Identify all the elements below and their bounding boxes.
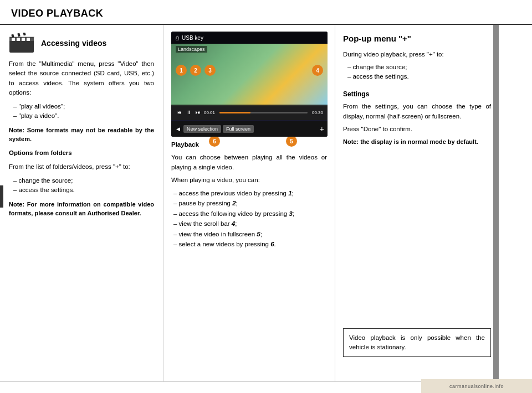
back-nav-button[interactable]: ◀ [175,126,182,132]
options-from-folders-text: From the list of folders/videos, press "… [9,162,154,172]
options-list: "play all videos"; "play a video". [9,102,154,121]
intro-text: From the "Multimedia" menu, press "Video… [9,59,154,97]
folder-option-item: access the settings. [13,185,154,195]
popup-item-1: access the settings. [347,72,491,81]
svg-rect-3 [17,38,20,41]
page-title: VIDEO PLAYBACK [0,0,532,25]
landscape-label: Landscapes [176,46,207,53]
middle-column: ⎙ USB key Landscapes ⏮ ⏸ ⏭ 00:01 [163,25,335,381]
section-header: Accessing videos [9,33,154,54]
diagram-label-4: 4 [312,65,323,76]
popup-intro: During video playback, press "+" to: [343,50,491,59]
note2-text: Note: For more information on compatible… [9,201,154,217]
svg-rect-8 [23,33,25,35]
watermark: carmanualsonline.info [421,379,532,393]
option-item: "play all videos"; [13,102,154,111]
section-title: Accessing videos [41,38,106,49]
popup-title: Pop-up menu "+" [343,33,491,45]
settings-note: Note: the display is in normal mode by d… [343,137,491,147]
svg-rect-7 [17,33,20,37]
player-top-bar-text: USB key [182,35,203,41]
playback-title: Playback [171,140,327,149]
diagram-label-3: 3 [204,65,216,76]
video-player: ⎙ USB key Landscapes ⏮ ⏸ ⏭ 00:01 [171,32,328,137]
diagram-label-6: 6 [209,136,220,147]
usb-icon: ⎙ [176,35,179,41]
folder-option-item: change the source; [13,176,154,185]
progress-fill [219,112,250,113]
svg-rect-5 [27,38,30,41]
popup-items-list: change the source; access the settings. [343,63,491,82]
note1: Note: Some formats may not be readable b… [9,126,154,144]
playback-item-4: view the video in fullscreen 5; [173,229,327,239]
page-container: VIDEO PLAYBACK Acce [0,0,532,393]
player-bottom-bar[interactable]: ◀ New selection Full screen + [171,121,328,137]
video-player-wrapper: ⎙ USB key Landscapes ⏮ ⏸ ⏭ 00:01 [171,32,328,137]
pause-button[interactable]: ⏸ [185,110,192,115]
settings-text: From the settings, you can choose the ty… [343,102,491,121]
diagram-label-5: 5 [286,136,297,147]
content-area: Accessing videos From the "Multimedia" m… [0,25,532,381]
player-controls[interactable]: ⏮ ⏸ ⏭ 00:01 00:30 [171,105,328,120]
svg-rect-2 [12,38,15,41]
film-icon [9,33,34,54]
plus-menu-button[interactable]: + [320,125,324,133]
new-selection-button[interactable]: New selection [183,125,221,133]
options-from-folders-title: Options from folders [9,148,154,158]
forward-button[interactable]: ⏭ [195,110,202,115]
right-column: Pop-up menu "+" During video playback, p… [335,25,499,381]
settings-title: Settings [343,89,491,99]
diagram-label-1: 1 [176,65,187,76]
playback-items-list: access the previous video by pressing 1;… [171,188,327,249]
time-current: 00:01 [204,110,215,115]
fullscreen-button[interactable]: Full screen [223,125,254,133]
playback-item-2: access the following video by pressing 3… [173,209,327,219]
left-sidebar-decoration [0,185,3,208]
player-top-bar: ⎙ USB key [171,32,328,44]
left-column: Accessing videos From the "Multimedia" m… [0,25,163,381]
folders-list: change the source; access the settings. [9,176,154,195]
note2: Note: For more information on compatible… [9,200,154,218]
progress-bar[interactable] [219,112,308,113]
press-done: Press "Done" to confirm. [343,125,491,134]
diagram-label-2: 2 [190,65,201,76]
settings-note-text: Note: the display is in normal mode by d… [343,138,478,145]
playback-item-3: view the scroll bar 4; [173,219,327,229]
time-total: 00:30 [312,110,323,115]
bottom-note-box: Video playback is only possible when the… [343,328,491,358]
svg-rect-4 [22,38,25,41]
playback-item-5: select a new videos by pressing 6. [173,239,327,249]
right-side-bar-decoration [493,25,499,381]
playback-item-1: pause by pressing 2; [173,198,327,208]
playback-intro: You can choose between playing all the v… [171,153,327,172]
popup-item-0: change the source; [347,63,491,72]
option-item: "play a video". [13,111,154,121]
playback-item-0: access the previous video by pressing 1; [173,188,327,198]
rewind-button[interactable]: ⏮ [176,110,183,115]
playing-intro: When playing a video, you can: [171,175,327,185]
page-number-area: GB.59 carmanualsonline.info [0,381,532,393]
